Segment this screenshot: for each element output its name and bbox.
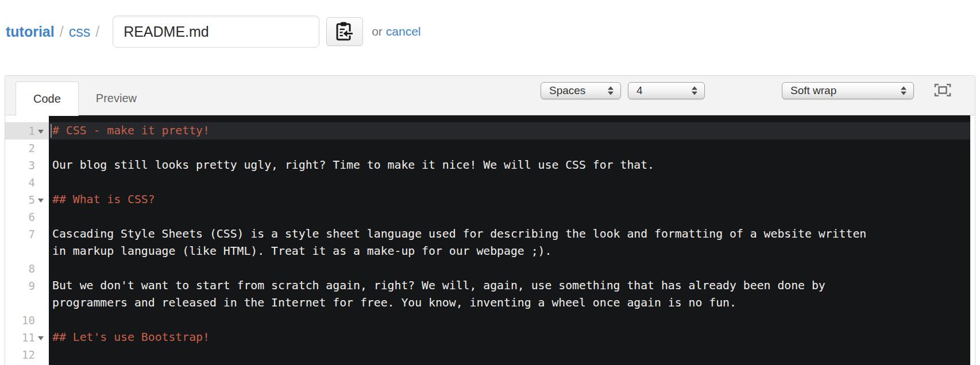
line-number[interactable]: 6 xyxy=(5,208,49,226)
wrap-mode-select[interactable]: Soft wrap xyxy=(782,82,914,99)
editor-tabs: Code Preview xyxy=(16,81,154,116)
code-line[interactable] xyxy=(49,208,970,226)
up-down-arrows-icon xyxy=(608,87,614,95)
code-line[interactable]: Our blog still looks pretty ugly, right?… xyxy=(49,157,970,174)
line-number[interactable]: 5 xyxy=(5,191,49,208)
breadcrumb-separator: / xyxy=(60,24,64,40)
line-number[interactable]: 10 xyxy=(5,312,49,329)
line-number[interactable]: 2 xyxy=(5,139,49,157)
up-down-arrows-icon xyxy=(692,87,697,95)
wrap-mode-value: Soft wrap xyxy=(790,84,836,97)
screen-full-icon xyxy=(934,83,951,99)
code-line[interactable] xyxy=(49,346,970,363)
code-line[interactable] xyxy=(49,260,970,277)
code-line[interactable] xyxy=(49,174,970,191)
breadcrumb-repo-link[interactable]: tutorial xyxy=(6,24,55,40)
up-down-arrows-icon xyxy=(901,87,906,95)
editor-header: Code Preview Spaces 4 Soft wrap xyxy=(5,76,975,115)
or-label: or xyxy=(372,25,383,38)
breadcrumb-separator: / xyxy=(95,24,99,40)
code-line[interactable]: But we don't want to start from scratch … xyxy=(49,277,970,294)
tab-preview[interactable]: Preview xyxy=(79,81,154,116)
line-number[interactable] xyxy=(5,294,49,312)
cancel-link[interactable]: cancel xyxy=(386,25,421,38)
line-number[interactable]: 11 xyxy=(5,329,49,346)
file-action-button[interactable] xyxy=(326,17,363,46)
chevron-down-icon[interactable] xyxy=(38,199,44,203)
code-line[interactable]: # CSS - make it pretty! xyxy=(49,122,970,139)
clipboard-arrow-left-icon xyxy=(335,21,354,43)
code-line[interactable]: ## What is CSS? xyxy=(49,191,970,208)
line-number[interactable]: 9 xyxy=(5,277,49,294)
code-line[interactable]: in markup language (like HTML). Treat it… xyxy=(49,243,970,260)
line-number[interactable]: 3 xyxy=(5,157,49,174)
code-editor: 12345678910111213 # CSS - make it pretty… xyxy=(5,115,975,365)
filename-input[interactable] xyxy=(113,15,319,48)
code-line[interactable] xyxy=(49,139,970,157)
line-number[interactable]: 1 xyxy=(5,122,49,139)
code-line[interactable] xyxy=(49,312,970,329)
line-number[interactable]: 4 xyxy=(5,174,49,191)
code-line[interactable]: Cascading Style Sheets (CSS) is a style … xyxy=(49,226,970,243)
line-number[interactable]: 8 xyxy=(5,260,49,277)
indent-mode-select[interactable]: Spaces xyxy=(541,82,621,99)
indent-mode-value: Spaces xyxy=(549,84,585,97)
text-cursor xyxy=(51,124,52,138)
indent-size-select[interactable]: 4 xyxy=(628,82,705,99)
line-number-gutter: 12345678910111213 xyxy=(5,115,49,365)
editor-panel: Code Preview Spaces 4 Soft wrap xyxy=(5,75,975,365)
tab-code[interactable]: Code xyxy=(16,81,79,116)
line-number[interactable]: 12 xyxy=(5,346,49,363)
code-line[interactable]: programmers and released in the Internet… xyxy=(49,294,970,312)
breadcrumb: tutorial / css / or cancel xyxy=(6,15,421,48)
file-editor-page: tutorial / css / or cancel Code xyxy=(0,0,980,365)
code-area[interactable]: # CSS - make it pretty!Our blog still lo… xyxy=(49,115,970,365)
chevron-down-icon[interactable] xyxy=(38,336,44,340)
code-line[interactable]: ## Let's use Bootstrap! xyxy=(49,329,970,346)
breadcrumb-dir-link[interactable]: css xyxy=(69,24,91,40)
line-number[interactable]: 7 xyxy=(5,226,49,243)
chevron-down-icon[interactable] xyxy=(38,130,44,134)
indent-size-value: 4 xyxy=(636,84,643,97)
fullscreen-button[interactable] xyxy=(933,83,952,99)
line-number[interactable] xyxy=(5,243,49,260)
